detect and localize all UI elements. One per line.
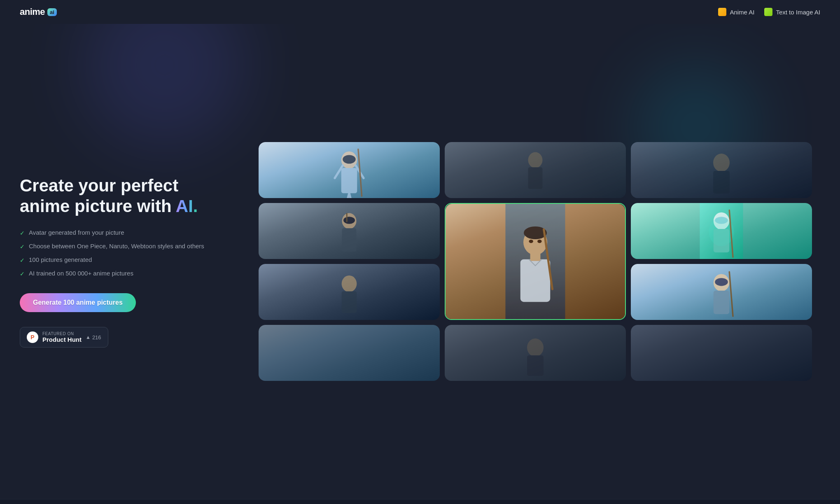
logo-text: anime xyxy=(20,7,45,17)
bg-glow-1 xyxy=(82,24,247,147)
anime-card-1-4 xyxy=(259,325,440,381)
svg-rect-11 xyxy=(346,213,348,222)
svg-rect-9 xyxy=(342,228,357,252)
svg-point-22 xyxy=(537,240,541,243)
nav: Anime AI Text to Image AI xyxy=(718,8,820,16)
feature-1: ✓ Avatar generated from your picture xyxy=(20,228,234,238)
anime-image-1-3 xyxy=(259,264,440,320)
features-list: ✓ Avatar generated from your picture ✓ C… xyxy=(20,228,234,278)
check-icon-4: ✓ xyxy=(20,270,25,278)
nav-text-to-image-label: Text to Image AI xyxy=(776,9,820,16)
svg-point-26 xyxy=(713,154,730,172)
hero-section: Create your perfect anime picture with A… xyxy=(0,24,840,499)
anime-image-3-4 xyxy=(631,325,812,381)
svg-rect-1 xyxy=(341,168,357,193)
anime-card-1-2 xyxy=(259,203,440,259)
svg-point-24 xyxy=(527,338,544,357)
anime-image-featured xyxy=(446,204,625,320)
anime-card-2-1 xyxy=(445,142,626,198)
check-icon-1: ✓ xyxy=(20,229,25,238)
feature-2: ✓ Choose between One Piece, Naruto, Webt… xyxy=(20,242,234,251)
svg-rect-25 xyxy=(527,355,544,376)
feature-4: ✓ AI trained on 500 000+ anime pictures xyxy=(20,269,234,278)
ph-featured-label: FEATURED ON xyxy=(42,331,82,336)
ph-count: ▲ 216 xyxy=(86,334,101,341)
hero-title: Create your perfect anime picture with A… xyxy=(20,175,234,217)
anime-card-3-3 xyxy=(631,264,812,320)
anime-card-1-3 xyxy=(259,264,440,320)
text-to-image-icon xyxy=(764,8,772,16)
svg-line-6 xyxy=(349,193,353,198)
anime-card-featured xyxy=(445,203,626,320)
svg-rect-35 xyxy=(714,291,730,314)
anime-image-2-1 xyxy=(445,142,626,198)
check-icon-2: ✓ xyxy=(20,243,25,251)
feature-3: ✓ 100 pictures generated xyxy=(20,255,234,265)
feature-4-text: AI trained on 500 000+ anime pictures xyxy=(29,269,133,278)
hero-content: Create your perfect anime picture with A… xyxy=(20,175,234,348)
anime-card-1-1 xyxy=(259,142,440,198)
anime-image-3-3 xyxy=(631,264,812,320)
product-hunt-logo: P xyxy=(27,331,38,343)
feature-2-text: Choose between One Piece, Naruto, Webtoo… xyxy=(29,242,204,251)
svg-point-12 xyxy=(342,275,357,292)
ph-name: Product Hunt xyxy=(42,336,82,343)
steps-section: 1 Upload your picture You will find that… xyxy=(0,499,840,504)
ph-arrow-icon: ▲ xyxy=(86,334,91,340)
anime-image-1-2 xyxy=(259,203,440,259)
anime-card-3-4 xyxy=(631,325,812,381)
anime-image-1-1 xyxy=(259,142,440,198)
nav-anime-ai-label: Anime AI xyxy=(730,9,754,16)
svg-rect-13 xyxy=(342,292,357,313)
svg-point-10 xyxy=(343,217,355,224)
svg-point-14 xyxy=(528,152,543,168)
anime-image-3-2 xyxy=(631,203,812,259)
logo: anime ai xyxy=(20,7,57,17)
nav-text-to-image[interactable]: Text to Image AI xyxy=(764,8,820,16)
header: anime ai Anime AI Text to Image AI xyxy=(0,0,840,24)
svg-point-2 xyxy=(343,155,356,164)
anime-image-1-4 xyxy=(259,325,440,381)
svg-rect-27 xyxy=(713,171,730,194)
anime-ai-icon xyxy=(718,8,726,16)
hero-title-line1: Create your perfect xyxy=(20,176,178,195)
feature-3-text: 100 pictures generated xyxy=(29,255,92,265)
image-grid xyxy=(250,134,820,389)
nav-anime-ai[interactable]: Anime AI xyxy=(718,8,754,16)
generate-button[interactable]: Generate 100 anime pictures xyxy=(20,293,136,312)
anime-card-3-1 xyxy=(631,142,812,198)
hero-title-highlight: AI. xyxy=(176,196,198,216)
ph-count-number: 216 xyxy=(92,334,101,341)
logo-badge: ai xyxy=(47,8,57,16)
feature-1-text: Avatar generated from your picture xyxy=(29,228,124,238)
check-icon-3: ✓ xyxy=(20,256,25,265)
product-hunt-badge[interactable]: P FEATURED ON Product Hunt ▲ 216 xyxy=(20,327,108,348)
svg-rect-15 xyxy=(528,167,543,189)
svg-line-37 xyxy=(729,272,733,316)
anime-card-2-3 xyxy=(445,325,626,381)
product-hunt-info: FEATURED ON Product Hunt xyxy=(42,331,82,343)
anime-image-2-3 xyxy=(445,325,626,381)
anime-card-3-2 xyxy=(631,203,812,259)
svg-point-21 xyxy=(529,240,533,243)
hero-title-line2: anime picture with xyxy=(20,196,176,216)
anime-image-3-1 xyxy=(631,142,812,198)
svg-point-36 xyxy=(715,278,728,286)
